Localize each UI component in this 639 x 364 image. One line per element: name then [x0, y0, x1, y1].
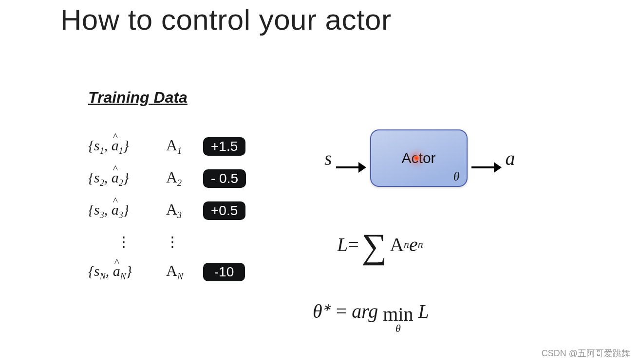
advantage-label: AN: [166, 262, 200, 282]
vertical-dots-icon: ⋮: [116, 233, 165, 250]
sym-L: L: [337, 233, 348, 256]
table-row: {s2, a2} A2 - 0.5: [88, 163, 246, 195]
state-action-pair: {s3, a3}: [88, 201, 166, 220]
vertical-dots-icon: ⋮: [165, 233, 181, 250]
input-symbol: s: [324, 147, 332, 170]
arrow-right-icon: [336, 158, 366, 159]
loss-equation: L = ∑ Anen: [337, 227, 423, 262]
sym-theta: θ: [313, 300, 322, 322]
sigma-icon: ∑: [362, 229, 387, 264]
training-data-header: Training Data: [88, 89, 188, 107]
min-block: minθ: [383, 305, 413, 334]
arrow-right-icon: [471, 158, 502, 159]
sym-star: ∗: [322, 301, 331, 313]
sym-L: L: [413, 300, 429, 322]
advantage-value-badge: +1.5: [203, 137, 245, 156]
sym-e: e: [409, 233, 418, 256]
state-action-pair: {s1, a1}: [88, 137, 166, 156]
sym-sub-n: n: [418, 238, 423, 251]
advantage-value-badge: -10: [203, 263, 245, 281]
state-action-pair: {s2, a2}: [88, 169, 166, 188]
actor-box: Actor θ: [370, 129, 468, 187]
sym-A: A: [390, 233, 404, 256]
ellipsis-row: ⋮ ⋮: [88, 227, 246, 256]
argmin-equation: θ∗ = arg minθ L: [313, 300, 429, 329]
laser-pointer-icon: [413, 155, 420, 162]
sym-eq: =: [348, 233, 359, 256]
state-action-pair: {sN, aN}: [88, 263, 166, 282]
advantage-label: A3: [166, 200, 200, 220]
table-row: {s1, a1} A1 +1.5: [88, 130, 246, 163]
sym-eq: =: [331, 300, 352, 322]
advantage-label: A2: [166, 168, 200, 188]
advantage-value-badge: +0.5: [203, 201, 245, 220]
actor-diagram: s Actor θ a: [324, 129, 515, 187]
sym-sub-n: n: [404, 238, 409, 251]
page-title: How to control your actor: [60, 3, 391, 36]
table-row: {s3, a3} A3 +0.5: [88, 195, 246, 227]
sym-arg: arg: [352, 300, 383, 322]
theta-param: θ: [453, 169, 460, 184]
advantage-label: A1: [166, 136, 200, 156]
training-data-table: {s1, a1} A1 +1.5 {s2, a2} A2 - 0.5 {s3, …: [88, 130, 246, 288]
advantage-value-badge: - 0.5: [203, 169, 246, 188]
table-row: {sN, aN} AN -10: [88, 256, 246, 288]
watermark: CSDN @五阿哥爱跳舞: [542, 347, 630, 359]
output-symbol: a: [506, 147, 515, 170]
